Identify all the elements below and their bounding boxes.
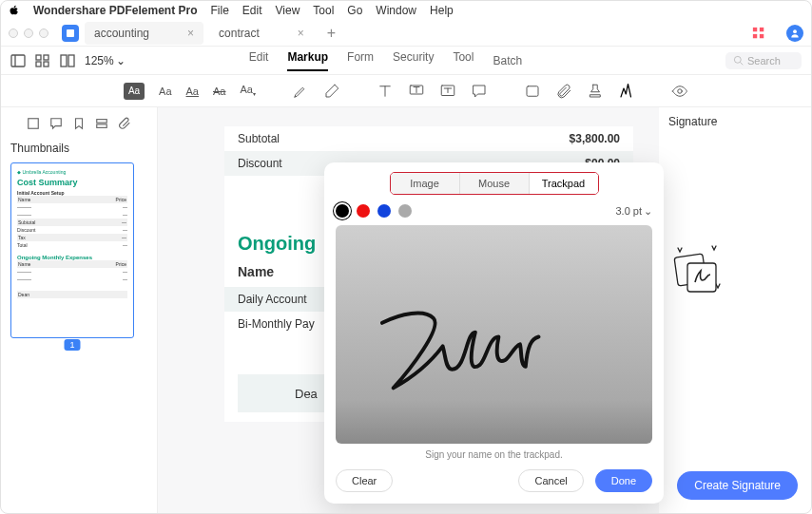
avatar[interactable] [786, 25, 803, 42]
panel-left-icon[interactable] [10, 53, 26, 68]
text-strike[interactable]: Aa [213, 86, 225, 97]
tab-label: contract [219, 27, 260, 40]
svg-rect-8 [44, 55, 48, 60]
color-red[interactable] [357, 204, 370, 218]
thumbnails-tab-icon[interactable] [27, 117, 40, 130]
tab-label: accounting [94, 27, 149, 40]
svg-rect-20 [97, 120, 107, 124]
input-mode-segmented: Image Mouse Trackpad [390, 172, 599, 195]
zoom-dropdown[interactable]: 125%⌄ [85, 54, 126, 67]
search-icon [733, 55, 744, 66]
attachments-tab-icon[interactable] [118, 117, 131, 130]
app-name: Wondershare PDFelement Pro [33, 4, 198, 17]
mode-tool[interactable]: Tool [453, 50, 474, 71]
text-box-icon[interactable] [377, 83, 394, 100]
svg-rect-12 [68, 55, 74, 67]
svg-rect-10 [44, 62, 48, 67]
svg-point-13 [734, 56, 741, 63]
svg-rect-9 [36, 62, 41, 67]
signature-panel-title: Signature [668, 115, 802, 128]
color-black[interactable] [336, 204, 349, 218]
svg-line-14 [741, 63, 744, 66]
menu-file[interactable]: File [211, 4, 229, 17]
app-logo [62, 25, 79, 42]
color-blue[interactable] [377, 204, 391, 218]
tab-accounting[interactable]: accounting× [85, 22, 203, 45]
thumbnails-panel: Thumbnails ◆ Umbrella Accounting Cost Su… [1, 107, 158, 513]
two-page-icon[interactable] [60, 53, 75, 68]
window-tabbar: accounting× contract× + [1, 20, 811, 47]
menu-help[interactable]: Help [430, 4, 454, 17]
stroke-width-dropdown[interactable]: 3.0 pt ⌄ [615, 205, 652, 218]
done-button[interactable]: Done [595, 469, 652, 492]
signature-icon[interactable] [618, 83, 635, 100]
svg-rect-7 [36, 55, 41, 60]
svg-rect-23 [687, 263, 716, 292]
svg-rect-3 [760, 33, 764, 37]
svg-rect-1 [760, 27, 764, 30]
signature-tool-row: 3.0 pt ⌄ [336, 204, 652, 218]
search-input[interactable]: Search [725, 52, 802, 69]
text-style[interactable]: Aa [159, 86, 171, 97]
signature-stroke [336, 225, 652, 439]
seg-trackpad[interactable]: Trackpad [529, 173, 598, 194]
close-icon[interactable]: × [187, 27, 194, 40]
create-signature-button[interactable]: Create Signature [677, 471, 798, 500]
left-panel-tabs [10, 113, 147, 134]
mode-batch[interactable]: Batch [493, 50, 522, 71]
top-toolbar: 125%⌄ Edit Markup Form Security Tool Bat… [1, 47, 811, 75]
svg-rect-21 [97, 124, 107, 128]
page-number-badge: 1 [64, 339, 80, 351]
eraser-icon[interactable] [323, 83, 340, 100]
svg-rect-2 [753, 33, 757, 37]
page-thumbnail[interactable]: ◆ Umbrella Accounting Cost Summary Initi… [10, 162, 134, 338]
eye-icon[interactable] [671, 83, 688, 100]
svg-rect-5 [11, 55, 25, 67]
signature-illustration [668, 242, 725, 299]
svg-point-4 [793, 29, 797, 33]
color-gray[interactable] [398, 204, 412, 218]
text-sub[interactable]: Aa▾ [240, 84, 255, 97]
seg-mouse[interactable]: Mouse [459, 173, 529, 194]
text-underline[interactable]: Aa [186, 86, 199, 97]
new-tab-button[interactable]: + [319, 25, 343, 42]
tab-contract[interactable]: contract× [209, 22, 314, 45]
cancel-button[interactable]: Cancel [518, 469, 583, 492]
highlighter-icon[interactable] [292, 83, 309, 100]
grid-view-icon[interactable] [35, 53, 50, 68]
mode-edit[interactable]: Edit [249, 50, 269, 71]
layers-tab-icon[interactable] [95, 117, 108, 130]
signature-dialog: Image Mouse Trackpad 3.0 pt ⌄ Sign your … [324, 162, 664, 504]
svg-point-18 [678, 88, 683, 93]
subtotal-row: Subtotal$3,800.00 [224, 126, 633, 151]
seg-image[interactable]: Image [391, 173, 459, 194]
menu-go[interactable]: Go [347, 4, 362, 17]
note-icon[interactable] [471, 83, 488, 100]
text-callout-icon[interactable] [408, 83, 425, 100]
stamp-icon[interactable] [587, 83, 604, 100]
menu-window[interactable]: Window [376, 4, 416, 17]
apps-icon[interactable] [752, 27, 765, 40]
signature-panel: Signature [659, 107, 811, 513]
menu-view[interactable]: View [276, 4, 300, 17]
markup-ribbon: Aa Aa Aa Aa Aa▾ [1, 75, 811, 107]
mode-security[interactable]: Security [393, 50, 434, 71]
signature-hint: Sign your name on the trackpad. [336, 449, 652, 460]
thumbnails-title: Thumbnails [10, 142, 147, 155]
comments-tab-icon[interactable] [49, 117, 63, 130]
svg-rect-11 [61, 55, 67, 67]
mode-tabs: Edit Markup Form Security Tool Batch [249, 50, 522, 71]
rectangle-icon[interactable] [524, 83, 541, 100]
close-icon[interactable]: × [298, 27, 304, 40]
traffic-lights[interactable] [9, 29, 48, 38]
area-text-icon[interactable] [439, 83, 456, 100]
mode-form[interactable]: Form [347, 50, 374, 71]
menu-tool[interactable]: Tool [313, 4, 334, 17]
menu-edit[interactable]: Edit [242, 4, 262, 17]
text-style-active[interactable]: Aa [124, 83, 145, 100]
bookmarks-tab-icon[interactable] [72, 117, 86, 130]
attachment-icon[interactable] [555, 83, 572, 100]
signature-canvas[interactable] [336, 225, 652, 444]
clear-button[interactable]: Clear [336, 469, 393, 492]
mode-markup[interactable]: Markup [287, 50, 328, 71]
